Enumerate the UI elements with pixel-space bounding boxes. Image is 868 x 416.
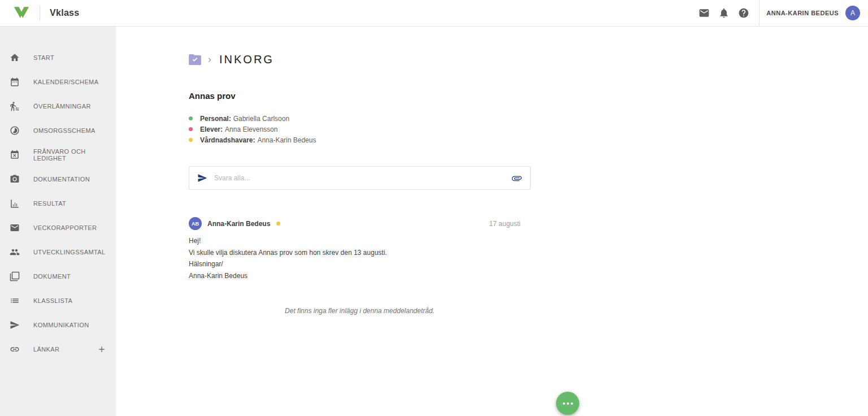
topbar: Vklass ANNA-KARIN BEDEUS A bbox=[0, 0, 868, 27]
participant-name: Anna Elevensson bbox=[225, 125, 277, 133]
topbar-right: ANNA-KARIN BEDEUS A bbox=[698, 0, 868, 26]
mail-icon[interactable] bbox=[698, 7, 710, 19]
participant-role: Elever: bbox=[200, 125, 223, 133]
status-dot bbox=[276, 222, 280, 226]
sidebar-item-label: FRÅNVARO OCH LEDIGHET bbox=[33, 148, 106, 162]
sidebar-item-label: START bbox=[33, 54, 54, 61]
message-header: AB Anna-Karin Bedeus 17 augusti bbox=[189, 217, 531, 230]
participant-row: Vårdnadshavare: Anna-Karin Bedeus bbox=[189, 135, 531, 145]
link-icon bbox=[10, 344, 20, 354]
sidebar-item-klasslista[interactable]: KLASSLISTA bbox=[0, 288, 116, 313]
avatar: AB bbox=[189, 217, 202, 230]
breadcrumb: INKORG bbox=[189, 53, 531, 66]
event-busy-icon bbox=[10, 150, 20, 160]
message-line: Anna-Karin Bedeus bbox=[189, 270, 531, 282]
participant-name: Gabriella Carlsoon bbox=[233, 115, 289, 123]
reply-box bbox=[189, 166, 531, 190]
calendar-icon bbox=[10, 77, 20, 87]
participants-list: Personal: Gabriella Carlsoon Elever: Ann… bbox=[189, 113, 531, 145]
sidebar: START KALENDER/SCHEMA ÖVERLÄMNINGAR OMSO… bbox=[0, 27, 116, 416]
folder-check-icon[interactable] bbox=[189, 54, 201, 65]
participant-name: Anna-Karin Bedeus bbox=[257, 136, 316, 144]
message-post: AB Anna-Karin Bedeus 17 augusti Hej! Vi … bbox=[189, 217, 531, 281]
help-icon[interactable] bbox=[738, 7, 749, 19]
notifications-icon[interactable] bbox=[718, 7, 730, 19]
message-date: 17 augusti bbox=[489, 220, 520, 228]
participant-row: Elever: Anna Elevensson bbox=[189, 124, 531, 135]
message-author[interactable]: Anna-Karin Bedeus bbox=[207, 220, 270, 228]
sidebar-item-overlamningar[interactable]: ÖVERLÄMNINGAR bbox=[0, 94, 116, 118]
status-dot bbox=[189, 116, 193, 120]
paperclip-icon[interactable] bbox=[511, 173, 522, 184]
copy-icon bbox=[10, 271, 20, 281]
sidebar-item-resultat[interactable]: RESULTAT bbox=[0, 191, 116, 215]
sidebar-item-label: KLASSLISTA bbox=[33, 297, 72, 304]
sidebar-item-label: KOMMUNIKATION bbox=[33, 322, 89, 328]
status-dot bbox=[189, 138, 193, 142]
list-icon bbox=[10, 296, 20, 306]
brand-title: Vklass bbox=[50, 8, 80, 18]
brand-divider bbox=[40, 6, 40, 20]
more-actions-fab[interactable] bbox=[556, 392, 579, 415]
user-name[interactable]: ANNA-KARIN BEDEUS bbox=[766, 10, 839, 16]
sidebar-item-label: RESULTAT bbox=[33, 200, 66, 207]
send-icon bbox=[10, 320, 20, 330]
participant-row: Personal: Gabriella Carlsoon bbox=[189, 113, 531, 124]
send-icon[interactable] bbox=[197, 173, 207, 183]
sidebar-item-dokumentation[interactable]: DOKUMENTATION bbox=[0, 167, 116, 191]
message-line: Hälsningar/ bbox=[189, 258, 531, 270]
participant-role: Personal: bbox=[200, 115, 231, 123]
plus-icon[interactable] bbox=[97, 345, 106, 354]
sidebar-item-label: KALENDER/SCHEMA bbox=[33, 79, 98, 85]
sidebar-item-label: OMSORGSSCHEMA bbox=[33, 127, 96, 134]
sidebar-item-label: VECKORAPPORTER bbox=[33, 224, 97, 231]
sidebar-item-utvecklingssamtal[interactable]: UTVECKLINGSSAMTAL bbox=[0, 240, 116, 264]
sidebar-item-kommunikation[interactable]: KOMMUNIKATION bbox=[0, 313, 116, 337]
sidebar-item-label: DOKUMENTATION bbox=[33, 176, 90, 183]
sidebar-item-lankar[interactable]: LÄNKAR bbox=[0, 337, 116, 361]
vklass-logo-icon[interactable] bbox=[13, 6, 30, 21]
message-line: Hej! bbox=[189, 235, 531, 247]
home-icon bbox=[10, 53, 20, 63]
sidebar-item-label: DOKUMENT bbox=[33, 273, 71, 280]
status-dot bbox=[189, 127, 193, 131]
topbar-divider bbox=[759, 0, 760, 27]
mail-icon bbox=[10, 223, 20, 233]
main-content: INKORG Annas prov Personal: Gabriella Ca… bbox=[116, 27, 868, 416]
user-avatar[interactable]: A bbox=[845, 6, 860, 20]
thread-end-note: Det finns inga fler inlägg i denna medde… bbox=[189, 307, 531, 315]
message-line: Vi skulle vilja diskutera Annas prov som… bbox=[189, 247, 531, 259]
sidebar-item-kalender-schema[interactable]: KALENDER/SCHEMA bbox=[0, 70, 116, 94]
page-title: INKORG bbox=[219, 53, 274, 66]
sidebar-item-dokument[interactable]: DOKUMENT bbox=[0, 264, 116, 288]
sidebar-item-label: UTVECKLINGSSAMTAL bbox=[33, 249, 106, 255]
thread-title: Annas prov bbox=[189, 91, 531, 101]
sidebar-item-veckorapporter[interactable]: VECKORAPPORTER bbox=[0, 215, 116, 240]
more-icon bbox=[563, 402, 565, 405]
timelapse-icon bbox=[10, 125, 20, 136]
sidebar-item-start[interactable]: START bbox=[0, 45, 116, 70]
people-icon bbox=[10, 247, 20, 257]
camera-icon bbox=[10, 174, 20, 184]
sidebar-item-label: ÖVERLÄMNINGAR bbox=[33, 103, 91, 110]
reply-input[interactable] bbox=[214, 174, 511, 182]
participant-role: Vårdnadshavare: bbox=[200, 136, 255, 144]
sidebar-item-franvaro[interactable]: FRÅNVARO OCH LEDIGHET bbox=[0, 142, 116, 167]
sidebar-item-omsorgsschema[interactable]: OMSORGSSCHEMA bbox=[0, 118, 116, 142]
sidebar-item-label: LÄNKAR bbox=[33, 346, 59, 353]
transfer-icon bbox=[10, 101, 20, 111]
message-body: Hej! Vi skulle vilja diskutera Annas pro… bbox=[189, 235, 531, 281]
chart-icon bbox=[10, 198, 20, 209]
chevron-right-icon bbox=[205, 55, 214, 64]
